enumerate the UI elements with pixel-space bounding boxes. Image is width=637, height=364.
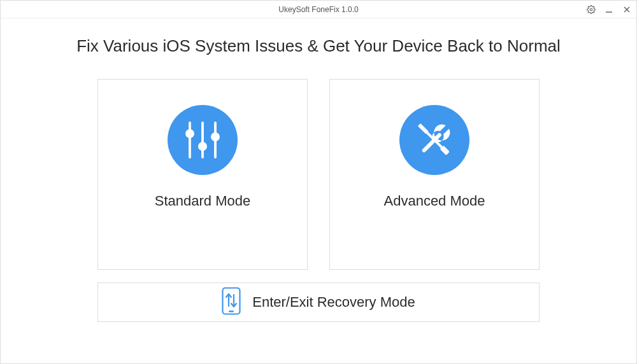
svg-rect-17 xyxy=(229,311,234,312)
titlebar: UkeySoft FoneFix 1.0.0 xyxy=(1,1,636,18)
standard-mode-card[interactable]: Standard Mode xyxy=(97,79,308,270)
recovery-mode-label: Enter/Exit Recovery Mode xyxy=(252,294,415,311)
sliders-icon xyxy=(168,105,238,175)
mode-cards: Standard Mode xyxy=(1,79,636,270)
window-controls xyxy=(587,1,631,18)
svg-point-8 xyxy=(185,129,194,138)
recovery-mode-button[interactable]: Enter/Exit Recovery Mode xyxy=(97,283,540,322)
advanced-mode-label: Advanced Mode xyxy=(384,193,485,209)
app-title: UkeySoft FoneFix 1.0.0 xyxy=(278,5,358,14)
close-icon[interactable] xyxy=(622,5,631,14)
minimize-icon[interactable] xyxy=(605,5,613,14)
svg-rect-16 xyxy=(223,288,240,314)
page-headline: Fix Various iOS System Issues & Get Your… xyxy=(1,36,636,56)
standard-mode-label: Standard Mode xyxy=(155,193,250,209)
svg-point-9 xyxy=(198,142,207,151)
phone-arrows-icon xyxy=(222,287,241,318)
advanced-mode-card[interactable]: Advanced Mode xyxy=(329,79,540,270)
svg-point-10 xyxy=(211,132,220,141)
settings-icon[interactable] xyxy=(587,5,596,14)
tools-icon xyxy=(399,105,469,175)
svg-point-0 xyxy=(590,8,592,11)
